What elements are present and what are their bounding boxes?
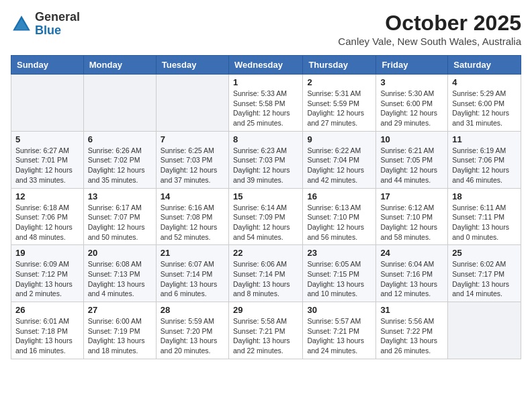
day-info: Sunrise: 6:01 AM Sunset: 7:18 PM Dayligh… xyxy=(15,316,79,356)
day-info: Sunrise: 6:14 AM Sunset: 7:09 PM Dayligh… xyxy=(233,203,298,242)
calendar-cell: 5Sunrise: 6:27 AM Sunset: 7:01 PM Daylig… xyxy=(11,131,84,188)
day-info: Sunrise: 6:09 AM Sunset: 7:12 PM Dayligh… xyxy=(15,259,79,299)
day-number: 9 xyxy=(307,134,371,144)
calendar-cell: 31Sunrise: 5:56 AM Sunset: 7:22 PM Dayli… xyxy=(376,302,448,359)
day-info: Sunrise: 5:56 AM Sunset: 7:22 PM Dayligh… xyxy=(380,316,443,356)
calendar-cell: 20Sunrise: 6:08 AM Sunset: 7:13 PM Dayli… xyxy=(83,245,156,302)
month-title: October 2025 xyxy=(338,11,521,36)
calendar-cell: 21Sunrise: 6:07 AM Sunset: 7:14 PM Dayli… xyxy=(156,245,228,302)
day-info: Sunrise: 6:18 AM Sunset: 7:06 PM Dayligh… xyxy=(15,203,79,242)
day-number: 25 xyxy=(452,248,517,258)
calendar-cell: 7Sunrise: 6:25 AM Sunset: 7:03 PM Daylig… xyxy=(156,131,228,188)
weekday-header-sunday: Sunday xyxy=(11,56,84,75)
day-number: 21 xyxy=(161,248,224,258)
weekday-header-thursday: Thursday xyxy=(303,56,376,75)
logo-text: General Blue xyxy=(35,11,80,38)
weekday-header-saturday: Saturday xyxy=(448,56,521,75)
calendar-cell: 25Sunrise: 6:02 AM Sunset: 7:17 PM Dayli… xyxy=(448,245,521,302)
day-number: 10 xyxy=(380,134,443,144)
calendar-cell: 30Sunrise: 5:57 AM Sunset: 7:21 PM Dayli… xyxy=(303,302,376,359)
day-number: 31 xyxy=(380,305,443,315)
weekday-header-friday: Friday xyxy=(376,56,448,75)
day-number: 3 xyxy=(380,77,443,87)
day-info: Sunrise: 6:06 AM Sunset: 7:14 PM Dayligh… xyxy=(233,259,298,299)
calendar-cell: 11Sunrise: 6:19 AM Sunset: 7:06 PM Dayli… xyxy=(448,131,521,188)
day-number: 13 xyxy=(88,191,152,201)
weekday-header-tuesday: Tuesday xyxy=(156,56,228,75)
day-info: Sunrise: 5:31 AM Sunset: 5:59 PM Dayligh… xyxy=(307,89,371,128)
calendar-cell: 2Sunrise: 5:31 AM Sunset: 5:59 PM Daylig… xyxy=(303,75,376,132)
day-number: 27 xyxy=(88,305,152,315)
calendar-cell: 17Sunrise: 6:12 AM Sunset: 7:10 PM Dayli… xyxy=(376,188,448,245)
calendar-cell xyxy=(156,75,228,132)
day-info: Sunrise: 6:00 AM Sunset: 7:19 PM Dayligh… xyxy=(88,316,152,356)
calendar-cell xyxy=(11,75,84,132)
weekday-header-wednesday: Wednesday xyxy=(228,56,302,75)
day-number: 2 xyxy=(307,77,371,87)
calendar-cell: 22Sunrise: 6:06 AM Sunset: 7:14 PM Dayli… xyxy=(228,245,302,302)
day-info: Sunrise: 6:21 AM Sunset: 7:05 PM Dayligh… xyxy=(380,146,443,185)
calendar-cell: 29Sunrise: 5:58 AM Sunset: 7:21 PM Dayli… xyxy=(228,302,302,359)
day-number: 18 xyxy=(452,191,517,201)
calendar-week-4: 19Sunrise: 6:09 AM Sunset: 7:12 PM Dayli… xyxy=(11,245,521,302)
calendar-cell: 9Sunrise: 6:22 AM Sunset: 7:04 PM Daylig… xyxy=(303,131,376,188)
day-number: 1 xyxy=(233,77,298,87)
day-number: 11 xyxy=(452,134,517,144)
calendar-cell: 27Sunrise: 6:00 AM Sunset: 7:19 PM Dayli… xyxy=(83,302,156,359)
day-number: 14 xyxy=(161,191,224,201)
day-info: Sunrise: 6:16 AM Sunset: 7:08 PM Dayligh… xyxy=(161,203,224,242)
day-number: 15 xyxy=(233,191,298,201)
day-number: 26 xyxy=(15,305,79,315)
calendar-cell: 28Sunrise: 5:59 AM Sunset: 7:20 PM Dayli… xyxy=(156,302,228,359)
day-info: Sunrise: 6:02 AM Sunset: 7:17 PM Dayligh… xyxy=(452,259,517,299)
weekday-header-monday: Monday xyxy=(83,56,156,75)
day-info: Sunrise: 6:07 AM Sunset: 7:14 PM Dayligh… xyxy=(161,259,224,299)
logo-icon xyxy=(11,13,32,35)
day-info: Sunrise: 5:30 AM Sunset: 6:00 PM Dayligh… xyxy=(380,89,443,128)
calendar-cell: 18Sunrise: 6:11 AM Sunset: 7:11 PM Dayli… xyxy=(448,188,521,245)
calendar-week-2: 5Sunrise: 6:27 AM Sunset: 7:01 PM Daylig… xyxy=(11,131,521,188)
day-info: Sunrise: 5:58 AM Sunset: 7:21 PM Dayligh… xyxy=(233,316,298,356)
day-info: Sunrise: 6:26 AM Sunset: 7:02 PM Dayligh… xyxy=(88,146,152,185)
day-info: Sunrise: 6:04 AM Sunset: 7:16 PM Dayligh… xyxy=(380,259,443,299)
day-number: 6 xyxy=(88,134,152,144)
day-number: 16 xyxy=(307,191,371,201)
calendar-cell: 26Sunrise: 6:01 AM Sunset: 7:18 PM Dayli… xyxy=(11,302,84,359)
day-info: Sunrise: 6:17 AM Sunset: 7:07 PM Dayligh… xyxy=(88,203,152,242)
calendar-cell: 10Sunrise: 6:21 AM Sunset: 7:05 PM Dayli… xyxy=(376,131,448,188)
day-number: 29 xyxy=(233,305,298,315)
calendar-cell: 6Sunrise: 6:26 AM Sunset: 7:02 PM Daylig… xyxy=(83,131,156,188)
day-info: Sunrise: 6:22 AM Sunset: 7:04 PM Dayligh… xyxy=(307,146,371,185)
calendar-cell: 24Sunrise: 6:04 AM Sunset: 7:16 PM Dayli… xyxy=(376,245,448,302)
day-number: 20 xyxy=(88,248,152,258)
day-number: 28 xyxy=(161,305,224,315)
calendar-cell: 14Sunrise: 6:16 AM Sunset: 7:08 PM Dayli… xyxy=(156,188,228,245)
calendar-cell: 15Sunrise: 6:14 AM Sunset: 7:09 PM Dayli… xyxy=(228,188,302,245)
calendar-cell: 4Sunrise: 5:29 AM Sunset: 6:00 PM Daylig… xyxy=(448,75,521,132)
day-info: Sunrise: 6:13 AM Sunset: 7:10 PM Dayligh… xyxy=(307,203,371,242)
day-number: 30 xyxy=(307,305,371,315)
day-info: Sunrise: 5:29 AM Sunset: 6:00 PM Dayligh… xyxy=(452,89,517,128)
day-info: Sunrise: 5:33 AM Sunset: 5:58 PM Dayligh… xyxy=(233,89,298,128)
day-info: Sunrise: 6:12 AM Sunset: 7:10 PM Dayligh… xyxy=(380,203,443,242)
calendar-cell xyxy=(83,75,156,132)
day-number: 23 xyxy=(307,248,371,258)
day-number: 17 xyxy=(380,191,443,201)
calendar-cell: 1Sunrise: 5:33 AM Sunset: 5:58 PM Daylig… xyxy=(228,75,302,132)
location-title: Canley Vale, New South Wales, Australia xyxy=(338,36,521,47)
day-number: 12 xyxy=(15,191,79,201)
calendar-cell: 23Sunrise: 6:05 AM Sunset: 7:15 PM Dayli… xyxy=(303,245,376,302)
day-info: Sunrise: 5:57 AM Sunset: 7:21 PM Dayligh… xyxy=(307,316,371,356)
calendar-cell: 12Sunrise: 6:18 AM Sunset: 7:06 PM Dayli… xyxy=(11,188,84,245)
day-number: 8 xyxy=(233,134,298,144)
calendar-week-5: 26Sunrise: 6:01 AM Sunset: 7:18 PM Dayli… xyxy=(11,302,521,359)
day-info: Sunrise: 6:05 AM Sunset: 7:15 PM Dayligh… xyxy=(307,259,371,299)
day-info: Sunrise: 6:25 AM Sunset: 7:03 PM Dayligh… xyxy=(161,146,224,185)
calendar-week-3: 12Sunrise: 6:18 AM Sunset: 7:06 PM Dayli… xyxy=(11,188,521,245)
day-info: Sunrise: 6:27 AM Sunset: 7:01 PM Dayligh… xyxy=(15,146,79,185)
calendar-cell: 13Sunrise: 6:17 AM Sunset: 7:07 PM Dayli… xyxy=(83,188,156,245)
title-block: October 2025 Canley Vale, New South Wale… xyxy=(338,11,521,47)
calendar-week-1: 1Sunrise: 5:33 AM Sunset: 5:58 PM Daylig… xyxy=(11,75,521,132)
day-number: 24 xyxy=(380,248,443,258)
day-info: Sunrise: 6:23 AM Sunset: 7:03 PM Dayligh… xyxy=(233,146,298,185)
